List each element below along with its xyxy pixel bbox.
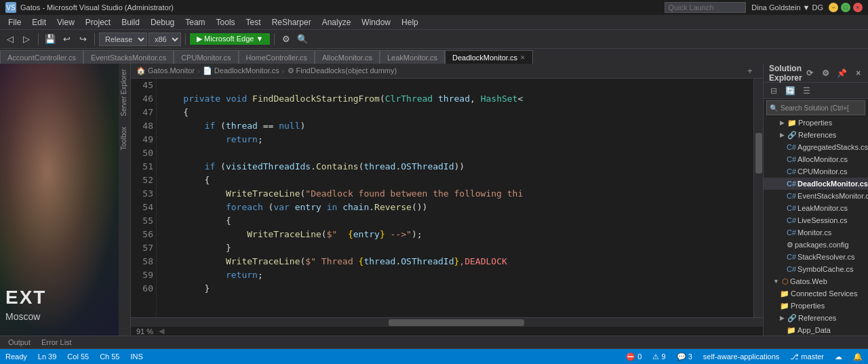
se-references[interactable]: ▶ 🔗 References [764, 129, 868, 141]
side-tab-server-explorer[interactable]: Server Explorer [119, 64, 130, 121]
se-settings-btn[interactable]: ⚙ [818, 66, 833, 81]
status-bell: 🔔 [853, 352, 863, 361]
cs-icon: C# [787, 167, 796, 176]
se-symbolcache[interactable]: C# SymbolCache.cs [764, 263, 868, 275]
code-area[interactable]: private void FindDeadlockStartingFrom(Cl… [157, 79, 753, 317]
toolbar-save[interactable]: 💾 [43, 32, 58, 47]
vertical-scrollbar[interactable] [753, 79, 763, 317]
menu-window[interactable]: Window [356, 16, 396, 28]
build-config-dropdown[interactable]: Release Debug [99, 33, 147, 46]
breadcrumb-monitor: 🏠 Gatos.Monitor [136, 66, 195, 75]
menu-test[interactable]: Test [241, 16, 267, 28]
camera-view: EXT Moscow [0, 64, 119, 336]
platform-dropdown[interactable]: x86 x64 [149, 33, 181, 46]
se-leakmonitor[interactable]: C# LeakMonitor.cs [764, 202, 868, 214]
tab-deadlock[interactable]: DeadlockMonitor.cs ✕ [445, 50, 533, 64]
se-item-label: Properties [791, 302, 825, 310]
cs-icon: C# [787, 192, 796, 200]
code-line-47: { [162, 106, 748, 119]
menu-tools[interactable]: Tools [211, 16, 241, 28]
arrow-icon: ▶ [780, 119, 785, 126]
se-header: Solution Explorer ⟳ ⚙ 📌 × [764, 64, 868, 83]
menu-project[interactable]: Project [80, 16, 116, 28]
menu-analyze[interactable]: Analyze [317, 16, 357, 28]
toolbar-extra1[interactable]: ⚙ [279, 32, 294, 47]
se-collapse-btn[interactable]: ⊟ [766, 83, 781, 98]
menu-team[interactable]: Team [180, 16, 210, 28]
se-app-data[interactable]: 📁 App_Data [764, 324, 868, 336]
menu-debug[interactable]: Debug [145, 16, 180, 28]
toolbar-forward[interactable]: ▷ [19, 32, 34, 47]
se-stackresolver[interactable]: C# StackResolver.cs [764, 251, 868, 263]
se-allocmonitor[interactable]: C# AllocMonitor.cs [764, 153, 868, 165]
se-connected-services[interactable]: 📁 Connected Services [764, 287, 868, 300]
editor-content: 45 46 47 48 49 50 51 52 53 54 55 56 57 5… [131, 79, 763, 317]
toolbar-redo[interactable]: ↪ [75, 32, 90, 47]
se-livesession[interactable]: C# LiveSession.cs [764, 214, 868, 226]
se-deadlockmonitor[interactable]: C# DeadlockMonitor.cs [764, 178, 868, 190]
tab-output[interactable]: Output [5, 338, 33, 346]
toolbar-extra2[interactable]: 🔍 [295, 32, 310, 47]
se-web-references[interactable]: ▶ 🔗 References [764, 312, 868, 324]
se-web-properties[interactable]: 📁 Properties [764, 300, 868, 312]
toolbar-sep1 [38, 33, 39, 45]
se-item-label: Connected Services [791, 289, 857, 298]
side-tab-toolbox[interactable]: Toolbox [119, 121, 130, 155]
se-item-label: EventStacksMonitor.cs [797, 192, 868, 200]
titlebar-right: Dina Goldstein ▼ DG − □ × [665, 2, 863, 13]
tab-home[interactable]: HomeController.cs [239, 50, 315, 64]
menu-file[interactable]: File [3, 16, 26, 28]
se-refresh-btn[interactable]: 🔄 [783, 83, 797, 98]
horizontal-scrollbar[interactable] [131, 317, 763, 327]
toolbar-back[interactable]: ◁ [3, 32, 18, 47]
editor-breadcrumb: 🏠 Gatos.Monitor › 📄 DeadlockMonitor.cs ›… [131, 64, 763, 79]
se-packages[interactable]: ⚙ packages.config [764, 239, 868, 251]
close-button[interactable]: × [853, 3, 863, 12]
status-warnings: ⚠ 9 [652, 352, 665, 361]
code-line-52: { [162, 174, 748, 187]
se-monitor[interactable]: C# Monitor.cs [764, 226, 868, 239]
tab-alloc[interactable]: AllocMonitor.cs [315, 50, 380, 64]
ln-57: 57 [134, 241, 153, 255]
toolbar-sep2 [94, 33, 95, 45]
tab-close-icon[interactable]: ✕ [520, 54, 526, 61]
se-gatos-web[interactable]: ▼ ⬡ Gatos.Web [764, 275, 868, 287]
minimize-button[interactable]: − [829, 3, 838, 12]
se-properties[interactable]: ▶ 📁 Properties [764, 117, 868, 129]
maximize-button[interactable]: □ [841, 3, 850, 12]
status-ins: INS [130, 352, 142, 361]
code-line-60: } [162, 282, 748, 296]
code-line-54: foreach (var entry in chain.Reverse()) [162, 201, 748, 214]
menu-build[interactable]: Build [116, 16, 145, 28]
breadcrumb-collapse[interactable]: + [743, 64, 757, 79]
toolbar-undo[interactable]: ↩ [59, 32, 74, 47]
code-line-53: WriteTraceLine("Deadlock found between t… [162, 187, 748, 201]
se-sync-btn[interactable]: ⟳ [802, 66, 817, 81]
quicklaunch-input[interactable] [665, 2, 746, 13]
menu-resharper[interactable]: ReSharper [267, 16, 317, 28]
menu-help[interactable]: Help [396, 16, 424, 28]
se-close-btn[interactable]: × [851, 66, 866, 81]
status-col: Col 55 [67, 352, 89, 361]
se-cpumonitor[interactable]: C# CPUMonitor.cs [764, 165, 868, 178]
se-filter-btn[interactable]: ☰ [799, 83, 814, 98]
se-pin-btn[interactable]: 📌 [835, 66, 850, 81]
tab-errorlist[interactable]: Error List [39, 338, 75, 346]
menu-edit[interactable]: Edit [26, 16, 52, 28]
menu-view[interactable]: View [52, 16, 80, 28]
se-item-label: Monitor.cs [797, 228, 831, 237]
scrollbar-thumb[interactable] [755, 133, 762, 174]
ln-50: 50 [134, 146, 153, 160]
se-search-box[interactable]: 🔍 Search Solution (Ctrl+[ [766, 100, 865, 115]
tab-eventstacks[interactable]: EventStacksMonitor.cs [83, 50, 174, 64]
tab-leak[interactable]: LeakMonitor.cs [380, 50, 445, 64]
titlebar-left: VS Gatos - Microsoft Visual Studio (Admi… [5, 2, 174, 13]
line-numbers: 45 46 47 48 49 50 51 52 53 54 55 56 57 5… [131, 79, 157, 317]
run-button[interactable]: ▶ Microsoft Edge ▼ [190, 33, 270, 45]
h-scrollbar-thumb[interactable] [389, 319, 524, 326]
se-aggregated[interactable]: C# AggregatedStacks.cs [764, 141, 868, 153]
quicklaunch[interactable] [665, 2, 746, 13]
tab-cpu[interactable]: CPUMonitor.cs [174, 50, 238, 64]
tab-account-controller[interactable]: AccountController.cs [0, 50, 83, 64]
se-eventstacks[interactable]: C# EventStacksMonitor.cs [764, 190, 868, 202]
